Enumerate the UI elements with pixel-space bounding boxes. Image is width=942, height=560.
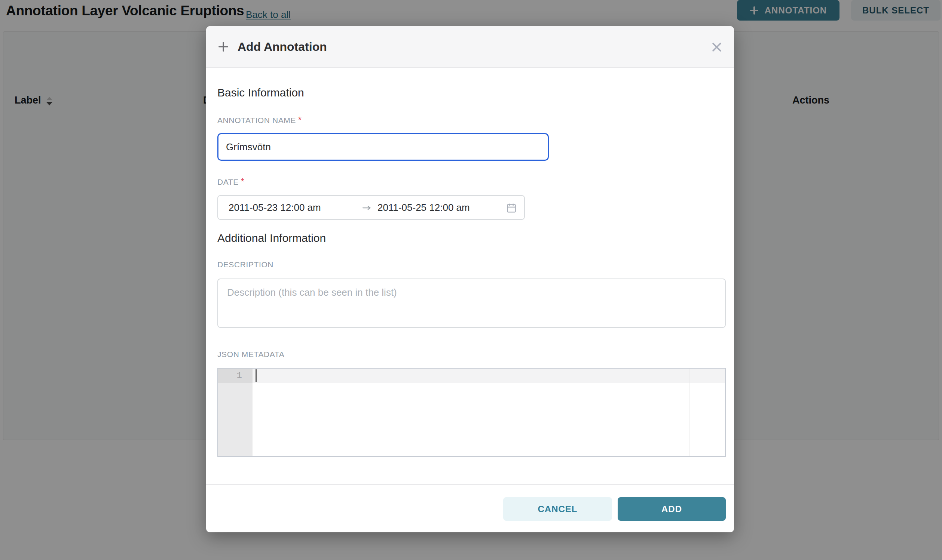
annotation-name-label: ANNOTATION NAME* — [217, 115, 302, 125]
close-icon — [711, 41, 723, 54]
text-cursor — [256, 369, 257, 382]
cancel-button[interactable]: CANCEL — [503, 497, 612, 521]
calendar-icon — [506, 202, 517, 215]
add-button[interactable]: ADD — [618, 497, 726, 521]
add-annotation-modal: Add Annotation Basic Information ANNOTAT… — [206, 26, 734, 532]
description-label: DESCRIPTION — [217, 260, 273, 269]
editor-active-line — [253, 369, 725, 383]
description-textarea[interactable] — [217, 278, 726, 328]
date-label: DATE* — [217, 177, 244, 187]
json-metadata-editor[interactable]: 1 — [217, 368, 726, 457]
section-basic-information: Basic Information — [217, 86, 304, 99]
date-start-value[interactable]: 2011-05-23 12:00 am — [228, 196, 321, 219]
print-margin-line — [689, 369, 689, 456]
plus-icon — [217, 41, 229, 53]
footer-divider — [206, 484, 734, 485]
date-range-picker[interactable]: 2011-05-23 12:00 am 2011-05-25 12:00 am — [217, 195, 525, 220]
modal-header: Add Annotation — [206, 26, 734, 68]
annotation-name-input[interactable] — [217, 133, 549, 161]
date-end-value[interactable]: 2011-05-25 12:00 am — [378, 196, 470, 219]
modal-title: Add Annotation — [237, 40, 327, 54]
editor-line-number: 1 — [218, 369, 253, 383]
required-marker: * — [298, 115, 302, 125]
close-button[interactable] — [709, 40, 724, 55]
json-metadata-label: JSON METADATA — [217, 350, 284, 359]
section-additional-information: Additional Information — [217, 232, 326, 245]
arrow-right-icon — [361, 202, 372, 215]
required-marker: * — [241, 177, 245, 186]
